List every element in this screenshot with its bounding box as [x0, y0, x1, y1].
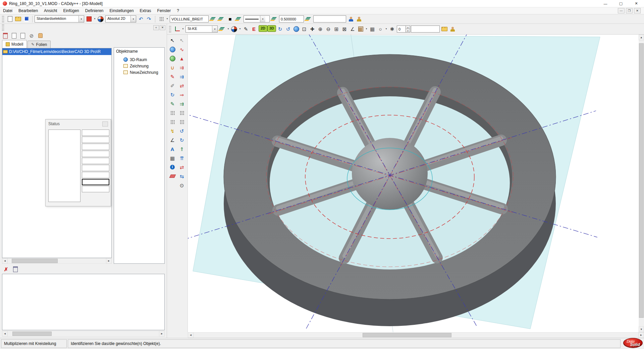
mdi-minimize-button[interactable]: —	[618, 8, 625, 13]
rotate-ccw-icon[interactable]: ↺	[177, 127, 186, 135]
angle-measure-icon[interactable]: ∠	[168, 136, 177, 144]
status-field[interactable]	[82, 158, 109, 164]
status-field-active[interactable]	[82, 179, 109, 185]
pan-icon[interactable]: ✚	[308, 25, 316, 33]
render-settings-icon[interactable]	[448, 25, 457, 33]
move-right-icon[interactable]: ⇉	[177, 63, 186, 72]
linetype-input[interactable]	[170, 15, 209, 22]
sphere-tool-icon[interactable]	[168, 45, 177, 54]
orbit-view-icon[interactable]: ↺	[284, 25, 292, 33]
status-field[interactable]	[82, 186, 109, 192]
scroll-right-arrow[interactable]: ►	[106, 258, 112, 264]
text-tool-icon[interactable]: A	[168, 145, 177, 153]
copy-pages-icon[interactable]	[10, 32, 18, 40]
toolbar-grip[interactable]	[169, 26, 171, 33]
view-orientation-dropdown[interactable]: ▾	[181, 25, 185, 33]
viewer-settings-icon[interactable]	[355, 15, 363, 23]
solid-box-dropdown[interactable]: ▾	[365, 25, 368, 33]
linewidth-input[interactable]	[279, 15, 304, 22]
scene-browser-icon[interactable]	[440, 25, 448, 33]
modify-tool-icon[interactable]: ✐	[168, 81, 177, 90]
scroll-thumb[interactable]	[639, 43, 644, 318]
status-dialog[interactable]: Status	[45, 119, 111, 206]
zoom-fit-icon[interactable]: ⊞	[332, 25, 340, 33]
object-item-3d-raum[interactable]: 3D-Raum	[116, 56, 162, 63]
circle-tool-icon[interactable]: ○	[376, 25, 384, 33]
pen-assign-icon[interactable]	[209, 15, 217, 23]
menu-item-bearbeiten[interactable]: Bearbeiten	[15, 8, 41, 14]
mode-3d-badge[interactable]: 3D	[267, 25, 276, 32]
workplane-icon[interactable]	[218, 25, 226, 33]
status-dialog-titlebar[interactable]: Status	[46, 119, 111, 128]
eraser-tool-icon[interactable]	[168, 172, 177, 181]
menu-item-definieren[interactable]: Definieren	[82, 8, 107, 14]
view-orientation-icon[interactable]	[173, 25, 181, 33]
reference-horizontal-scrollbar[interactable]: ◄ ►	[2, 331, 165, 337]
linewidth-assign-icon[interactable]	[270, 15, 278, 23]
view-preset-combo[interactable]: St-KE ▾	[185, 26, 218, 33]
move-up-icon[interactable]: ⇑	[177, 145, 186, 153]
swap-horizontal-icon[interactable]: ⇄	[177, 163, 186, 171]
zoom-in-icon[interactable]: ⊕	[316, 25, 324, 33]
point-grid-dense-icon[interactable]	[168, 117, 177, 126]
workplane-dropdown[interactable]: ▾	[226, 25, 230, 33]
globe-view-icon[interactable]	[292, 25, 300, 33]
spin-up-button[interactable]: ▴	[406, 26, 410, 29]
scroll-up-arrow[interactable]: ▲	[639, 35, 644, 40]
element-filter-icon[interactable]: E	[250, 25, 258, 33]
projection-sphere-icon[interactable]	[97, 15, 105, 23]
point-pattern2-icon[interactable]	[177, 117, 186, 126]
menu-item-[interactable]: ?	[174, 8, 182, 14]
coordinate-mode-combo[interactable]: Absolut 2D ▾	[105, 15, 136, 22]
object-item-neuezeichnung[interactable]: NeueZeichnung	[116, 69, 162, 76]
menu-item-extras[interactable]: Extras	[137, 8, 154, 14]
render-mode-dropdown[interactable]: ▾	[238, 25, 242, 33]
status-field[interactable]	[82, 144, 109, 150]
scroll-thumb[interactable]	[363, 333, 451, 337]
measure-icon[interactable]: ∠	[348, 25, 357, 33]
pen-assign2-icon[interactable]	[217, 15, 225, 23]
status-field[interactable]	[82, 137, 109, 143]
status-field[interactable]	[82, 165, 109, 171]
new-document-icon[interactable]	[6, 15, 14, 23]
linetype-assign-icon[interactable]	[235, 15, 243, 23]
maximize-button[interactable]: ▢	[613, 0, 629, 7]
paste-clipboard-icon[interactable]	[1, 32, 9, 40]
scroll-thumb[interactable]	[12, 259, 58, 263]
grid-settings-dropdown[interactable]: ▾	[165, 15, 169, 22]
panel-dock-button[interactable]: «	[153, 25, 159, 30]
save-icon[interactable]	[22, 15, 30, 23]
scroll-thumb[interactable]	[12, 332, 52, 336]
viewport-vertical-scrollbar[interactable]: ▲ ▼	[639, 35, 644, 332]
copy-right-icon[interactable]: ⇉	[177, 72, 186, 81]
status-dialog-close-button[interactable]	[102, 121, 108, 127]
open-folder-icon[interactable]	[14, 15, 22, 23]
selection-mode-combo[interactable]: Standardselektion ▾	[35, 15, 84, 22]
snapshot-icon[interactable]	[19, 32, 27, 40]
mirror-tool-icon[interactable]: ⇄	[177, 81, 186, 90]
cone-tool-icon[interactable]: ▲	[177, 54, 186, 63]
object-item-zeichnung[interactable]: Zeichnung	[116, 63, 162, 69]
sketch-pen-icon[interactable]: ✎	[168, 99, 177, 108]
draw-pen-icon[interactable]: ✎	[168, 72, 177, 81]
zoom-window-icon[interactable]: ⊡	[300, 25, 308, 33]
scroll-down-arrow[interactable]: ▼	[639, 327, 644, 332]
center-point-icon[interactable]: ⊙	[177, 181, 186, 190]
grid-settings-icon[interactable]	[157, 15, 165, 23]
select-tool-icon[interactable]: ↖	[168, 36, 177, 45]
cad-operator-icon[interactable]	[347, 15, 355, 23]
point-grid-icon[interactable]	[168, 108, 177, 117]
tree-horizontal-scrollbar[interactable]: ◄ ►	[2, 258, 112, 264]
point-pattern-icon[interactable]	[177, 108, 186, 117]
view-preset-caret[interactable]: ▾	[212, 26, 217, 32]
linestyle-combo[interactable]: ▾	[244, 15, 270, 22]
zoom-out-icon[interactable]: ⊖	[324, 25, 332, 33]
line-color-swatch[interactable]: ■	[226, 15, 234, 23]
edit-pen-icon[interactable]: ✎	[242, 25, 250, 33]
tab-modell[interactable]: Modell	[2, 40, 27, 48]
panel-close-button[interactable]: ✕	[160, 25, 165, 30]
scroll-left-arrow[interactable]: ◄	[2, 258, 8, 264]
coordinate-mode-caret[interactable]: ▾	[130, 16, 136, 22]
delete-reference-icon[interactable]: ✗	[2, 265, 10, 273]
scroll-left-arrow[interactable]: ◄	[2, 331, 8, 337]
